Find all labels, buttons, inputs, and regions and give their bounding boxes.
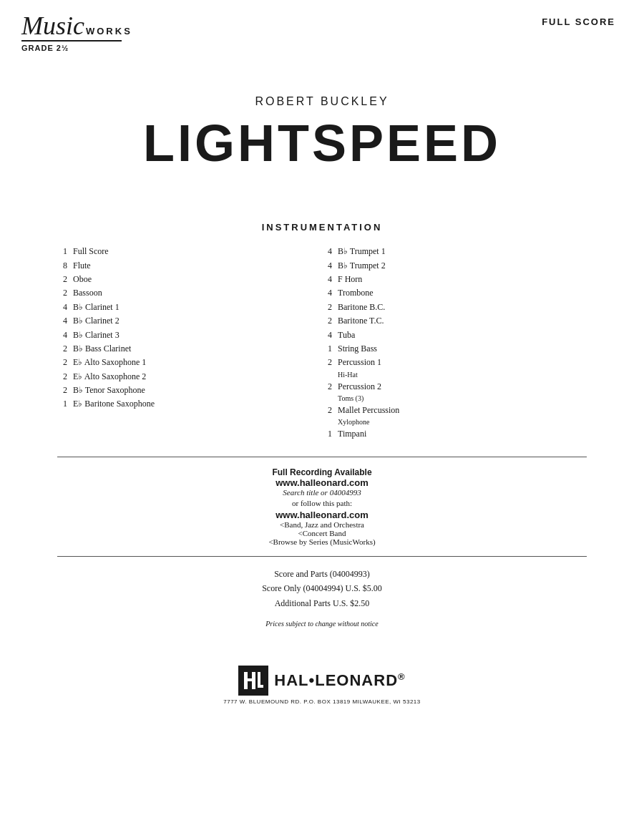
instrumentation-title: INSTRUMENTATION bbox=[57, 222, 587, 233]
instr-name: B♭ Bass Clarinet bbox=[73, 343, 131, 355]
instr-num: 2 bbox=[57, 273, 67, 286]
instr-num: 1 bbox=[322, 428, 332, 440]
instr-name: Flute bbox=[73, 260, 91, 272]
instr-name: B♭ Trumpet 2 bbox=[338, 260, 386, 272]
instr-name: E♭ Alto Saxophone 2 bbox=[73, 371, 146, 383]
instr-row: 2Percussion 2 bbox=[322, 381, 587, 393]
instr-num: 4 bbox=[57, 315, 67, 327]
instr-row: 2B♭ Tenor Saxophone bbox=[57, 384, 322, 396]
instr-name: B♭ Clarinet 2 bbox=[73, 315, 119, 327]
instr-row: 2B♭ Bass Clarinet bbox=[57, 343, 322, 355]
instr-row: 2Percussion 1 bbox=[322, 356, 587, 369]
recording-path-2: <Concert Band bbox=[72, 529, 572, 537]
instr-name: F Horn bbox=[338, 273, 362, 286]
instr-name: E♭ Alto Saxophone 1 bbox=[73, 356, 146, 369]
instr-name: B♭ Clarinet 3 bbox=[73, 329, 119, 341]
recording-or: or follow this path: bbox=[72, 499, 572, 507]
logo-musicworks: Music WORKS bbox=[21, 13, 132, 39]
instr-row: 2Oboe bbox=[57, 273, 322, 286]
logo-border bbox=[21, 40, 122, 42]
recording-path: <Band, Jazz and Orchestra <Concert Band … bbox=[72, 520, 572, 546]
main-title: LIGHTSPEED bbox=[0, 115, 644, 172]
instr-num: 1 bbox=[57, 398, 67, 410]
score-info: Score and Parts (04004993) Score Only (0… bbox=[0, 567, 644, 630]
instr-num: 2 bbox=[57, 371, 67, 383]
instr-row: 8Flute bbox=[57, 260, 322, 272]
composer-name: ROBERT BUCKLEY bbox=[0, 95, 644, 108]
logo-area: Music WORKS GRADE 2½ bbox=[21, 13, 132, 52]
instr-sub: Toms (3) bbox=[338, 394, 587, 403]
hal-leonard-logo: HAL•LEONARD® bbox=[238, 666, 405, 696]
instr-num: 2 bbox=[322, 315, 332, 327]
recording-url1: www.halleonard.com bbox=[72, 477, 572, 488]
divider-1 bbox=[57, 457, 587, 457]
title-section: LIGHTSPEED bbox=[0, 115, 644, 172]
logo-music-text: Music bbox=[21, 13, 84, 39]
instr-num: 2 bbox=[57, 356, 67, 369]
instr-name: Baritone T.C. bbox=[338, 315, 384, 327]
recording-section: Full Recording Available www.halleonard.… bbox=[0, 467, 644, 546]
instr-row: 1String Bass bbox=[322, 343, 587, 355]
instr-name: Oboe bbox=[73, 273, 92, 286]
full-score-label: FULL SCORE bbox=[542, 16, 615, 27]
instr-row: 2Baritone B.C. bbox=[322, 301, 587, 313]
instrumentation-columns: 1Full Score8Flute2Oboe2Bassoon4B♭ Clarin… bbox=[57, 245, 587, 441]
instr-num: 4 bbox=[57, 301, 67, 313]
score-info-line3: Additional Parts U.S. $2.50 bbox=[0, 596, 644, 610]
hal-logo-svg bbox=[240, 668, 266, 693]
recording-path-1: <Band, Jazz and Orchestra bbox=[72, 520, 572, 529]
instr-row: 4F Horn bbox=[322, 273, 587, 286]
instr-num: 2 bbox=[322, 356, 332, 369]
instr-name: Percussion 1 bbox=[338, 356, 381, 369]
hal-leonard-text: HAL•LEONARD® bbox=[274, 671, 405, 690]
recording-path-3: <Browse by Series (MusicWorks) bbox=[72, 537, 572, 546]
instr-row: 2Baritone T.C. bbox=[322, 315, 587, 327]
instr-num: 2 bbox=[57, 343, 67, 355]
instr-row: 2Mallet Percussion bbox=[322, 404, 587, 416]
score-info-prices: Prices subject to change without notice bbox=[0, 618, 644, 630]
instr-num: 4 bbox=[57, 329, 67, 341]
svg-rect-5 bbox=[258, 685, 263, 688]
instr-name: Timpani bbox=[338, 428, 366, 440]
instr-name: Full Score bbox=[73, 245, 109, 258]
instr-name: Trombone bbox=[338, 287, 374, 299]
score-info-line1: Score and Parts (04004993) bbox=[0, 567, 644, 581]
page: Music WORKS GRADE 2½ FULL SCORE ROBERT B… bbox=[0, 0, 644, 833]
instr-num: 4 bbox=[322, 273, 332, 286]
instr-name: Mallet Percussion bbox=[338, 404, 399, 416]
instr-name: B♭ Tenor Saxophone bbox=[73, 384, 145, 396]
instr-name: String Bass bbox=[338, 343, 377, 355]
hal-address: 7777 W. BLUEMOUND RD. P.O. BOX 13819 MIL… bbox=[223, 698, 421, 705]
instr-row: 4B♭ Trumpet 2 bbox=[322, 260, 587, 272]
instr-row: 4Trombone bbox=[322, 287, 587, 299]
grade-label: GRADE 2½ bbox=[21, 44, 69, 52]
instr-row: 1Full Score bbox=[57, 245, 322, 258]
instr-num: 2 bbox=[322, 381, 332, 393]
instr-num: 4 bbox=[322, 287, 332, 299]
instr-row: 2E♭ Alto Saxophone 1 bbox=[57, 356, 322, 369]
instrumentation-section: INSTRUMENTATION 1Full Score8Flute2Oboe2B… bbox=[0, 222, 644, 441]
score-info-line2: Score Only (04004994) U.S. $5.00 bbox=[0, 581, 644, 595]
recording-url2: www.halleonard.com bbox=[72, 510, 572, 520]
hal-logo-box bbox=[238, 666, 268, 696]
instr-num: 2 bbox=[322, 404, 332, 416]
instr-name: Tuba bbox=[338, 329, 355, 341]
instr-row: 4Tuba bbox=[322, 329, 587, 341]
instr-num: 1 bbox=[322, 343, 332, 355]
instr-num: 2 bbox=[57, 384, 67, 396]
instr-name: B♭ Clarinet 1 bbox=[73, 301, 119, 313]
instr-row: 1E♭ Baritone Saxophone bbox=[57, 398, 322, 410]
instr-num: 4 bbox=[322, 329, 332, 341]
instr-name: E♭ Baritone Saxophone bbox=[73, 398, 155, 410]
instr-name: Percussion 2 bbox=[338, 381, 381, 393]
instr-num: 2 bbox=[322, 301, 332, 313]
instr-row: 4B♭ Clarinet 1 bbox=[57, 301, 322, 313]
footer: HAL•LEONARD® 7777 W. BLUEMOUND RD. P.O. … bbox=[0, 666, 644, 719]
instr-right-col: 4B♭ Trumpet 14B♭ Trumpet 24F Horn4Trombo… bbox=[322, 245, 587, 441]
instr-row: 1Timpani bbox=[322, 428, 587, 440]
instr-num: 2 bbox=[57, 287, 67, 299]
composer-section: ROBERT BUCKLEY bbox=[0, 95, 644, 108]
instr-num: 4 bbox=[322, 245, 332, 258]
svg-rect-4 bbox=[258, 672, 260, 685]
svg-rect-3 bbox=[252, 672, 255, 689]
